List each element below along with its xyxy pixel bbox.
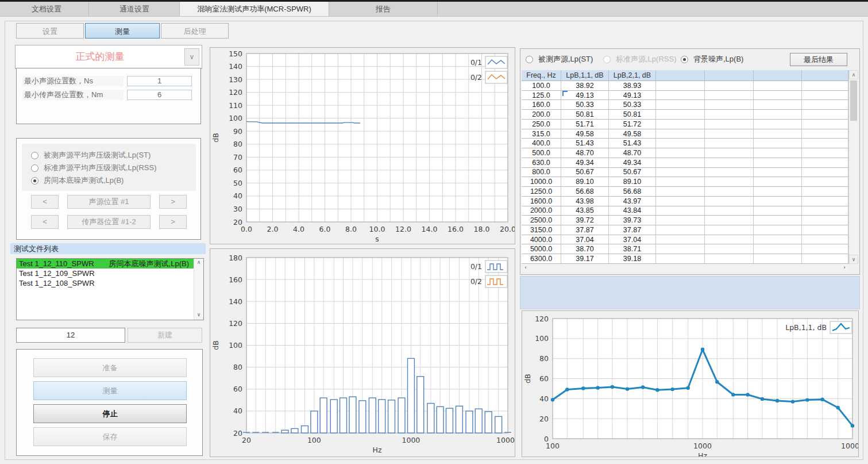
svg-text:130: 130 (229, 75, 242, 84)
value-cell (656, 139, 705, 148)
list-item[interactable]: Test 1_12_109_SPWR (17, 269, 203, 278)
file-list[interactable]: Test 1_12_110_SPWR房间本底噪声测试,Lp(B)Test 1_1… (16, 258, 204, 320)
radio-icon[interactable] (681, 56, 688, 63)
table-row[interactable]: 160.050.3350.33 (522, 100, 848, 110)
svg-text:120: 120 (229, 319, 242, 328)
position-label-button[interactable]: 声源位置 #1 (67, 195, 151, 209)
list-item[interactable]: Test 1_12_110_SPWR房间本底噪声测试,Lp(B) (17, 259, 203, 269)
value-cell (705, 129, 754, 139)
stop-button[interactable]: 停止 (33, 404, 187, 423)
freq-cell: 800.0 (522, 168, 561, 178)
radio-icon[interactable] (31, 164, 38, 172)
table-row[interactable]: 400.051.4351.43 (522, 139, 848, 148)
table-row[interactable]: 250.051.7151.72 (522, 120, 848, 129)
count-button[interactable]: 12 (16, 328, 125, 343)
radio-label: 被测声源,Lp(ST) (538, 54, 593, 64)
tab-mcr-spwr[interactable]: 混响室法测试声功率(MCR-SPWR) (180, 2, 329, 16)
tab-document-settings[interactable]: 文档设置 (5, 2, 89, 16)
result-source-radio[interactable]: 背景噪声,Lp(B) (681, 54, 743, 64)
table-row[interactable]: 100.038.9238.93 (522, 81, 848, 91)
prev-button[interactable]: < (31, 195, 59, 209)
scrollbar-thumb[interactable] (850, 80, 857, 121)
measure-button[interactable]: 测量 (33, 381, 187, 400)
value-cell (802, 187, 848, 197)
value-cell (656, 177, 705, 187)
table-row[interactable]: 1250.056.6856.68 (522, 187, 848, 197)
position-label-button[interactable]: 传声器位置 #1-2 (67, 215, 151, 229)
value-cell: 48.70 (561, 148, 609, 158)
table-row[interactable]: 200.050.8150.81 (522, 110, 848, 120)
table-row[interactable]: 2000.043.8543.84 (522, 206, 848, 216)
subtab-settings[interactable]: 设置 (16, 23, 84, 39)
freq-cell: 200.0 (522, 110, 561, 120)
last-result-button[interactable]: 最后结果 (790, 53, 847, 66)
prepare-button[interactable]: 准备 (33, 358, 187, 377)
value-cell (802, 158, 848, 168)
table-row[interactable]: 800.050.6750.67 (522, 168, 848, 178)
next-button[interactable]: > (159, 195, 187, 209)
value-cell (705, 244, 754, 254)
radio-icon[interactable] (526, 56, 533, 63)
radio-icon[interactable] (31, 152, 38, 159)
value-cell: 50.81 (561, 110, 609, 120)
param-input[interactable]: 6 (127, 90, 192, 100)
value-cell: 56.68 (609, 187, 656, 197)
table-row[interactable]: 1000.089.1089.10 (522, 177, 848, 187)
table-row[interactable]: 630.049.3449.34 (522, 158, 848, 168)
value-cell (754, 244, 802, 254)
new-button[interactable]: 新建 (128, 328, 202, 343)
result-source-radio[interactable]: 被测声源,Lp(ST) (526, 54, 593, 64)
list-scrollbar[interactable]: ∧∨ (194, 259, 203, 320)
scroll-left-icon[interactable]: ‹ (522, 264, 530, 272)
value-cell (705, 235, 754, 245)
test-type-radio[interactable]: 被测声源平均声压级测试,Lp(ST) (31, 151, 151, 160)
svg-text:100: 100 (546, 442, 560, 450)
svg-text:dB: dB (523, 374, 532, 384)
value-cell (656, 225, 705, 235)
list-item[interactable]: Test 1_12_108_SPWR (17, 278, 203, 288)
save-button[interactable]: 保存 (33, 427, 187, 446)
table-row[interactable]: 1600.043.9843.97 (522, 197, 848, 206)
radio-label: 房间本底噪声测试,Lp(B) (44, 175, 124, 186)
subtab-measure[interactable]: 测量 (85, 23, 160, 39)
value-cell: 48.70 (609, 148, 656, 158)
scroll-down-icon[interactable]: ∨ (849, 255, 858, 264)
table-row[interactable]: 2500.039.7239.73 (522, 216, 848, 225)
test-type-radio[interactable]: 标准声源平均声压级测试,Lp(RSS) (31, 163, 156, 172)
table-row[interactable]: 500.048.7048.70 (522, 148, 848, 158)
table-horizontal-scrollbar[interactable]: ‹ › (522, 264, 848, 272)
value-cell: 56.68 (561, 187, 609, 197)
chevron-down-icon[interactable]: ∨ (184, 48, 199, 66)
scroll-up-icon[interactable]: ∧ (194, 259, 203, 267)
scroll-down-icon[interactable]: ∨ (194, 311, 203, 320)
subtab-postprocess[interactable]: 后处理 (161, 23, 229, 39)
table-row[interactable]: 315.049.5849.58 (522, 129, 848, 139)
table-row[interactable]: 4000.037.0437.04 (522, 235, 848, 245)
prev-button[interactable]: < (31, 215, 59, 229)
tab-channel-settings[interactable]: 通道设置 (90, 2, 180, 16)
next-button[interactable]: > (159, 215, 187, 229)
table-row[interactable]: 6300.039.1739.18 (522, 254, 848, 264)
value-cell (754, 81, 802, 91)
radio-icon[interactable] (31, 177, 38, 185)
value-cell (754, 168, 802, 178)
table-vertical-scrollbar[interactable]: ∧ ∨ (848, 70, 858, 264)
value-cell (802, 244, 848, 254)
measurement-mode-dropdown[interactable]: 正式的测量 ∨ (15, 45, 202, 69)
scroll-right-icon[interactable]: › (840, 264, 848, 272)
value-cell: 51.43 (609, 139, 656, 148)
test-type-radio[interactable]: 房间本底噪声测试,Lp(B) (31, 176, 124, 185)
value-cell (754, 235, 802, 245)
table-row[interactable]: 3150.037.8737.87 (522, 225, 848, 235)
value-cell (705, 81, 754, 91)
table-row[interactable]: 125.049.1349.13 (522, 91, 848, 101)
value-cell (656, 206, 705, 216)
svg-text:140: 140 (229, 297, 242, 306)
radio-label: 标准声源平均声压级测试,Lp(RSS) (44, 163, 156, 173)
value-cell (802, 216, 848, 225)
svg-text:10.0: 10.0 (369, 225, 385, 233)
param-input[interactable]: 1 (127, 76, 192, 86)
tab-report[interactable]: 报告 (329, 2, 438, 16)
table-row[interactable]: 5000.038.7038.71 (522, 244, 848, 254)
scroll-up-icon[interactable]: ∧ (849, 70, 858, 79)
